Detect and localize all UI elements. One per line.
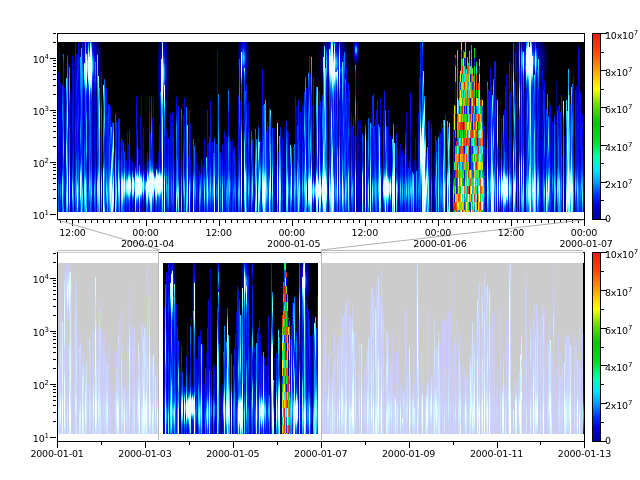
zoom-selection-box[interactable] bbox=[159, 250, 321, 441]
zoom-panel-plot-area[interactable] bbox=[57, 33, 584, 219]
spectrogram-viewer: 12:0000:002000-01-0412:0000:002000-01-05… bbox=[0, 0, 640, 480]
